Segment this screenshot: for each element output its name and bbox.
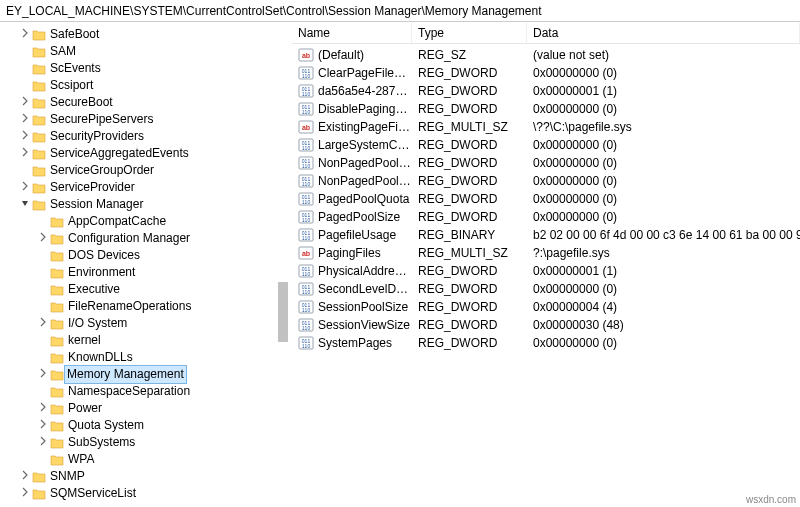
value-name: LargeSystemCac... bbox=[318, 136, 412, 154]
value-type: REG_DWORD bbox=[412, 280, 527, 298]
tree-item[interactable]: Session Manager bbox=[0, 196, 288, 213]
tree-item[interactable]: NamespaceSeparation bbox=[0, 383, 288, 400]
folder-icon bbox=[50, 301, 64, 313]
tree-item[interactable]: Memory Management bbox=[0, 366, 288, 383]
tree-item[interactable]: AppCompatCache bbox=[0, 213, 288, 230]
value-type: REG_DWORD bbox=[412, 334, 527, 352]
value-row[interactable]: 011110NonPagedPoolSi...REG_DWORD0x000000… bbox=[292, 172, 800, 190]
folder-icon bbox=[50, 369, 64, 381]
value-name: PagefileUsage bbox=[318, 226, 412, 244]
value-row[interactable]: 011110NonPagedPoolQ...REG_DWORD0x0000000… bbox=[292, 154, 800, 172]
value-row[interactable]: 011110ClearPageFileAtS...REG_DWORD0x0000… bbox=[292, 64, 800, 82]
chevron-right-icon[interactable] bbox=[18, 468, 32, 485]
folder-icon bbox=[50, 403, 64, 415]
tree-item[interactable]: Executive bbox=[0, 281, 288, 298]
tree-item[interactable]: SNMP bbox=[0, 468, 288, 485]
chevron-right-icon[interactable] bbox=[18, 179, 32, 196]
tree-item[interactable]: Quota System bbox=[0, 417, 288, 434]
tree-item[interactable]: ServiceGroupOrder bbox=[0, 162, 288, 179]
folder-icon bbox=[50, 386, 64, 398]
value-type: REG_SZ bbox=[412, 46, 527, 64]
folder-icon bbox=[32, 46, 46, 58]
value-row[interactable]: 011110SecondLevelDat...REG_DWORD0x000000… bbox=[292, 280, 800, 298]
chevron-right-icon[interactable] bbox=[36, 400, 50, 417]
folder-icon bbox=[32, 131, 46, 143]
value-type: REG_DWORD bbox=[412, 154, 527, 172]
tree-item-label: SAM bbox=[49, 43, 76, 60]
tree-item[interactable]: ScEvents bbox=[0, 60, 288, 77]
tree-item-label: SubSystems bbox=[67, 434, 135, 451]
value-row[interactable]: ab(Default)REG_SZ(value not set) bbox=[292, 46, 800, 64]
chevron-down-icon[interactable] bbox=[18, 196, 32, 213]
tree-item[interactable]: ServiceAggregatedEvents bbox=[0, 145, 288, 162]
value-row[interactable]: 011110da56a5e4-287c-...REG_DWORD0x000000… bbox=[292, 82, 800, 100]
tree-item[interactable]: SubSystems bbox=[0, 434, 288, 451]
folder-icon bbox=[50, 284, 64, 296]
tree-item[interactable]: Environment bbox=[0, 264, 288, 281]
tree-item-label: ServiceAggregatedEvents bbox=[49, 145, 189, 162]
svg-text:110: 110 bbox=[302, 235, 311, 241]
value-data: 0x00000000 (0) bbox=[527, 208, 800, 226]
chevron-right-icon[interactable] bbox=[36, 315, 50, 332]
tree-item[interactable]: SecurePipeServers bbox=[0, 111, 288, 128]
chevron-right-icon[interactable] bbox=[36, 366, 50, 383]
value-row[interactable]: 011110SystemPagesREG_DWORD0x00000000 (0) bbox=[292, 334, 800, 352]
tree-item[interactable]: SafeBoot bbox=[0, 26, 288, 43]
tree-item[interactable]: ServiceProvider bbox=[0, 179, 288, 196]
folder-icon bbox=[32, 199, 46, 211]
chevron-right-icon[interactable] bbox=[18, 485, 32, 502]
chevron-right-icon[interactable] bbox=[18, 26, 32, 43]
chevron-right-icon[interactable] bbox=[18, 111, 32, 128]
folder-icon bbox=[50, 437, 64, 449]
column-header-data[interactable]: Data bbox=[527, 23, 800, 43]
chevron-right-icon[interactable] bbox=[18, 145, 32, 162]
column-header-name[interactable]: Name bbox=[292, 23, 412, 43]
chevron-right-icon[interactable] bbox=[18, 94, 32, 111]
column-header-type[interactable]: Type bbox=[412, 23, 527, 43]
splitter[interactable] bbox=[288, 22, 292, 507]
tree-item[interactable]: WPA bbox=[0, 451, 288, 468]
chevron-right-icon[interactable] bbox=[18, 128, 32, 145]
value-row[interactable]: 011110PagedPoolSizeREG_DWORD0x00000000 (… bbox=[292, 208, 800, 226]
value-row[interactable]: 011110PagedPoolQuotaREG_DWORD0x00000000 … bbox=[292, 190, 800, 208]
binary-value-icon: 011110 bbox=[298, 209, 314, 225]
value-type: REG_DWORD bbox=[412, 82, 527, 100]
value-row[interactable]: abPagingFilesREG_MULTI_SZ?:\pagefile.sys bbox=[292, 244, 800, 262]
value-row[interactable]: 011110PhysicalAddressE...REG_DWORD0x0000… bbox=[292, 262, 800, 280]
tree-item[interactable]: SecureBoot bbox=[0, 94, 288, 111]
chevron-right-icon[interactable] bbox=[36, 417, 50, 434]
tree-item-label: Quota System bbox=[67, 417, 144, 434]
address-bar[interactable]: EY_LOCAL_MACHINE\SYSTEM\CurrentControlSe… bbox=[0, 0, 800, 22]
tree-item[interactable]: Scsiport bbox=[0, 77, 288, 94]
tree-item[interactable]: Power bbox=[0, 400, 288, 417]
value-row[interactable]: abExistingPageFilesREG_MULTI_SZ\??\C:\pa… bbox=[292, 118, 800, 136]
value-name: SecondLevelDat... bbox=[318, 280, 412, 298]
value-name: PhysicalAddressE... bbox=[318, 262, 412, 280]
tree-item[interactable]: SecurityProviders bbox=[0, 128, 288, 145]
binary-value-icon: 011110 bbox=[298, 101, 314, 117]
value-type: REG_BINARY bbox=[412, 226, 527, 244]
value-row[interactable]: 011110PagefileUsageREG_BINARYb2 02 00 00… bbox=[292, 226, 800, 244]
value-row[interactable]: 011110SessionViewSizeREG_DWORD0x00000030… bbox=[292, 316, 800, 334]
chevron-right-icon[interactable] bbox=[36, 230, 50, 247]
binary-value-icon: 011110 bbox=[298, 317, 314, 333]
tree-item[interactable]: kernel bbox=[0, 332, 288, 349]
tree-pane[interactable]: SafeBootSAMScEventsScsiportSecureBootSec… bbox=[0, 22, 288, 507]
value-row[interactable]: 011110SessionPoolSizeREG_DWORD0x00000004… bbox=[292, 298, 800, 316]
scroll-thumb[interactable] bbox=[278, 282, 288, 342]
tree-item[interactable]: KnownDLLs bbox=[0, 349, 288, 366]
column-headers[interactable]: Name Type Data bbox=[292, 22, 800, 44]
svg-text:110: 110 bbox=[302, 109, 311, 115]
tree-item[interactable]: SQMServiceList bbox=[0, 485, 288, 502]
tree-item[interactable]: DOS Devices bbox=[0, 247, 288, 264]
tree-item[interactable]: SAM bbox=[0, 43, 288, 60]
tree-item[interactable]: FileRenameOperations bbox=[0, 298, 288, 315]
chevron-right-icon[interactable] bbox=[36, 434, 50, 451]
list-pane[interactable]: Name Type Data ab(Default)REG_SZ(value n… bbox=[292, 22, 800, 507]
tree-item[interactable]: I/O System bbox=[0, 315, 288, 332]
tree-item[interactable]: Configuration Manager bbox=[0, 230, 288, 247]
tree-item-label: Environment bbox=[67, 264, 135, 281]
value-row[interactable]: 011110LargeSystemCac...REG_DWORD0x000000… bbox=[292, 136, 800, 154]
tree-item-label: ServiceProvider bbox=[49, 179, 135, 196]
value-row[interactable]: 011110DisablePagingEx...REG_DWORD0x00000… bbox=[292, 100, 800, 118]
